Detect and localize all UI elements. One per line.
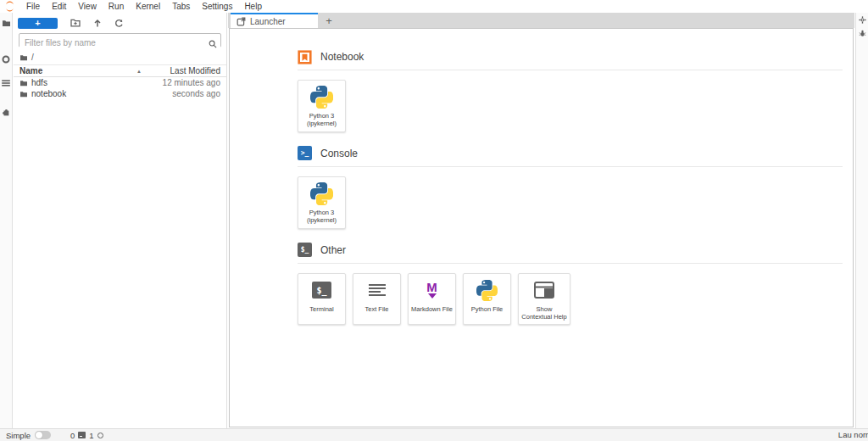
terminal-icon: $_ (298, 243, 312, 257)
terminal-icon: $_ (312, 282, 331, 299)
file-row-notebook[interactable]: notebook seconds ago (14, 88, 226, 99)
menu-view[interactable]: View (72, 2, 103, 11)
contextual-help-icon (534, 279, 554, 302)
card-label: Python 3 (ipykernel) (300, 112, 343, 128)
terminal-mini-icon (78, 432, 86, 438)
card-label: Text File (365, 305, 389, 313)
status-bar: Simple 0 1 Lau norm (0, 428, 868, 441)
card-console-python3[interactable]: Python 3 (ipykernel) (298, 176, 346, 229)
new-folder-icon[interactable] (70, 19, 81, 27)
file-listing-header: Name ▲ Last Modified (14, 64, 226, 77)
filter-files-box (19, 33, 221, 47)
debugger-bug-icon[interactable] (858, 29, 867, 38)
tab-launcher[interactable]: Launcher (231, 13, 318, 28)
breadcrumb[interactable]: / (14, 52, 226, 63)
section-divider (298, 70, 843, 70)
card-label: Python 3 (ipykernel) (300, 209, 343, 225)
breadcrumb-root: / (31, 53, 34, 62)
terminal-count: 0 (70, 431, 75, 440)
refresh-icon[interactable] (114, 19, 124, 28)
menu-kernel[interactable]: Kernel (130, 2, 166, 11)
running-sessions-status[interactable]: 0 1 (70, 431, 103, 440)
upload-icon[interactable] (93, 19, 102, 28)
python-icon (310, 86, 333, 109)
markdown-icon: M (426, 282, 437, 299)
section-console: >_ Console Python 3 (ipykernel) (298, 146, 843, 229)
file-modified: seconds ago (172, 89, 220, 98)
card-python-file[interactable]: Python File (463, 273, 511, 326)
section-title: Console (320, 148, 358, 159)
table-of-contents-icon[interactable] (2, 78, 11, 87)
file-browser-toolbar: + (14, 16, 226, 30)
column-header-last-modified[interactable]: Last Modified (148, 66, 220, 75)
section-title: Other (320, 244, 346, 256)
new-tab-button[interactable]: + (318, 13, 340, 28)
jupyter-logo-icon (4, 1, 15, 12)
card-terminal[interactable]: $_ Terminal (298, 273, 346, 326)
notebook-icon (298, 50, 312, 64)
card-label: Show Contextual Help (520, 305, 568, 321)
status-right-text: Lau norm (838, 430, 868, 439)
folder-icon (19, 91, 28, 98)
kernel-mini-icon (97, 433, 103, 438)
section-title: Notebook (320, 51, 364, 63)
file-name: hdfs (31, 78, 47, 87)
card-label: Markdown File (411, 305, 453, 313)
section-divider (298, 263, 843, 264)
menu-bar: File Edit View Run Kernel Tabs Settings … (0, 0, 868, 13)
card-label: Python File (471, 305, 504, 313)
tab-label: Launcher (250, 17, 286, 26)
menu-tabs[interactable]: Tabs (166, 2, 196, 11)
card-notebook-python3[interactable]: Python 3 (ipykernel) (298, 80, 346, 132)
card-markdown-file[interactable]: M Markdown File (408, 273, 456, 326)
file-row-hdfs[interactable]: hdfs 12 minutes ago (14, 77, 226, 88)
section-notebook: Notebook Python 3 (ipykernel) (298, 49, 843, 132)
left-sidebar-strip (0, 13, 13, 428)
text-file-icon (369, 284, 386, 296)
filter-files-input[interactable] (19, 36, 220, 49)
home-folder-icon (19, 54, 28, 61)
file-modified: 12 minutes ago (163, 78, 220, 87)
kernel-count: 1 (89, 431, 93, 440)
file-browser-icon[interactable] (2, 19, 11, 28)
card-show-contextual-help[interactable]: Show Contextual Help (518, 273, 570, 326)
menu-edit[interactable]: Edit (46, 2, 72, 11)
running-sessions-icon[interactable] (2, 54, 11, 64)
section-divider (298, 166, 843, 167)
right-sidebar-strip (855, 13, 868, 428)
extension-manager-icon[interactable] (2, 108, 11, 117)
section-other: $_ Other $_ Terminal Text File (298, 243, 843, 326)
menu-file[interactable]: File (20, 2, 46, 11)
sort-ascending-icon: ▲ (136, 69, 142, 74)
new-launcher-button[interactable]: + (18, 18, 58, 29)
main-tab-bar: Launcher + (228, 13, 854, 28)
file-name: notebook (31, 89, 66, 98)
python-icon (476, 279, 498, 302)
console-icon: >_ (298, 146, 312, 160)
menu-help[interactable]: Help (238, 2, 268, 11)
column-header-name[interactable]: Name ▲ (19, 66, 148, 75)
menu-run[interactable]: Run (103, 2, 130, 11)
simple-mode-toggle[interactable] (35, 431, 51, 439)
python-icon (310, 182, 333, 205)
menu-settings[interactable]: Settings (196, 2, 238, 11)
search-icon (209, 36, 217, 52)
card-label: Terminal (309, 305, 333, 313)
file-browser-panel: + (14, 13, 227, 428)
launcher-icon (236, 17, 246, 26)
property-inspector-icon[interactable] (858, 15, 867, 25)
launcher-panel: Notebook Python 3 (ipykernel) >_ (229, 28, 854, 427)
card-text-file[interactable]: Text File (353, 273, 401, 326)
simple-mode-label: Simple (6, 431, 31, 440)
folder-icon (19, 80, 28, 87)
